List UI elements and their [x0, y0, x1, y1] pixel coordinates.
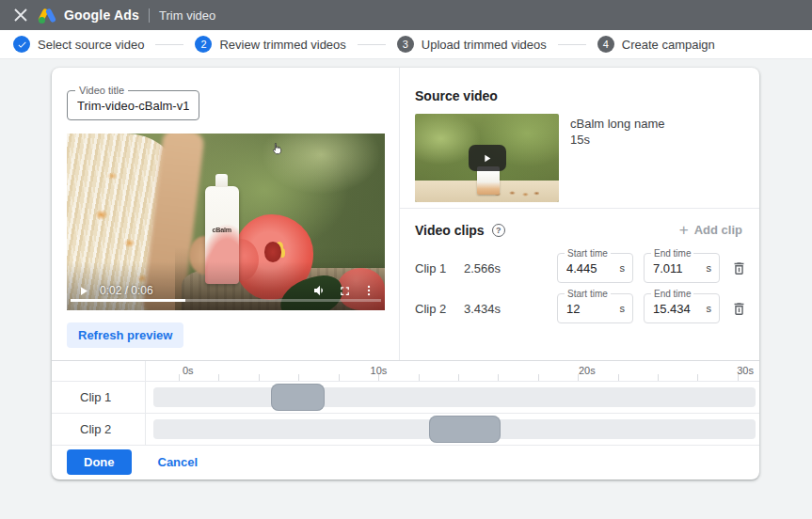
end-time-input[interactable] — [645, 261, 707, 275]
clip-name: Clip 2 — [415, 302, 464, 316]
preview-panel: Video title cBalm — [52, 68, 399, 360]
clip-duration: 2.566s — [464, 261, 557, 275]
delete-clip-button[interactable] — [729, 259, 748, 277]
end-time-field: End time s — [644, 253, 720, 283]
source-video-title: Source video — [415, 88, 748, 103]
start-time-field: Start time s — [557, 253, 633, 283]
timeline-tick-marks — [179, 374, 756, 381]
end-time-input[interactable] — [645, 302, 707, 316]
thumbnail-play-overlay[interactable] — [469, 145, 506, 171]
video-clips-section: Video clips ? + Add clip Clip 1 2.566s S… — [400, 209, 759, 338]
add-clip-button[interactable]: + Add clip — [674, 222, 748, 238]
help-icon[interactable]: ? — [492, 224, 505, 237]
stepper: Select source video 2 Review trimmed vid… — [0, 30, 812, 59]
timeline-track-bar — [153, 387, 756, 407]
video-clips-title: Video clips — [415, 223, 485, 238]
timeline-track[interactable] — [153, 414, 756, 445]
details-panel: Source video cBalm long name 1 — [399, 68, 759, 360]
playback-time: 0:02 / 0:06 — [100, 284, 153, 297]
seconds-unit: s — [620, 303, 633, 314]
clip-row-2: Clip 2 3.434s Start time s End time s — [415, 291, 748, 325]
kebab-menu-icon — [362, 284, 375, 297]
seconds-unit: s — [620, 262, 633, 274]
step-upload-trimmed-videos[interactable]: 3 Upload trimmed videos — [397, 36, 547, 53]
play-icon — [481, 152, 493, 165]
source-video-name: cBalm long name — [570, 116, 664, 132]
video-player[interactable]: cBalm 0:02 / 0:06 — [67, 134, 385, 310]
trim-video-card: Video title cBalm — [52, 68, 759, 480]
done-button[interactable]: Done — [67, 449, 132, 475]
bottle-brand-label: cBalm — [209, 227, 235, 234]
player-progress-bar[interactable] — [71, 299, 381, 302]
end-time-field: End time s — [644, 293, 720, 323]
google-ads-logo-icon — [38, 8, 56, 24]
step-review-trimmed-videos[interactable]: 2 Review trimmed videos — [195, 36, 345, 53]
step-create-campaign[interactable]: 4 Create campaign — [597, 36, 715, 53]
start-time-field: Start time s — [557, 293, 633, 323]
step-label: Create campaign — [622, 38, 715, 52]
content-area: Video title cBalm — [0, 59, 812, 480]
close-button[interactable] — [13, 8, 28, 23]
trash-icon — [731, 260, 747, 276]
source-video-duration: 15s — [570, 132, 664, 148]
timeline-row-clip-1: Clip 1 — [52, 382, 759, 414]
step-connector — [558, 44, 586, 45]
timeline-tick-label: 0s — [183, 365, 194, 376]
step-label: Review trimmed videos — [219, 38, 345, 52]
start-time-input[interactable] — [558, 261, 620, 275]
player-progress-fill — [71, 299, 185, 302]
clip-duration: 3.434s — [464, 302, 557, 316]
timeline-tick-label: 10s — [371, 365, 388, 376]
delete-clip-button[interactable] — [729, 299, 748, 318]
start-time-label: Start time — [565, 289, 611, 299]
timeline-row-label: Clip 2 — [52, 414, 146, 445]
start-time-label: Start time — [565, 248, 611, 259]
seconds-unit: s — [707, 303, 720, 314]
topbar-divider — [149, 8, 150, 23]
clip-row-1: Clip 1 2.566s Start time s End time s — [415, 251, 748, 285]
volume-button[interactable] — [312, 283, 327, 298]
fullscreen-icon — [338, 284, 352, 298]
seconds-unit: s — [707, 262, 720, 274]
timeline-header: 0s 10s 20s 30s — [52, 361, 759, 382]
timeline-row-label: Clip 1 — [52, 382, 146, 413]
card-footer: Done Cancel — [52, 446, 759, 479]
step-connector — [358, 44, 386, 45]
end-time-label: End time — [651, 289, 693, 299]
step-number-badge: 2 — [195, 36, 212, 53]
step-label: Upload trimmed videos — [422, 38, 547, 52]
step-label: Select source video — [38, 38, 144, 52]
start-time-input[interactable] — [558, 302, 620, 316]
more-options-button[interactable] — [362, 284, 375, 297]
check-circle-icon — [13, 36, 30, 53]
timeline-tick-label: 20s — [579, 365, 596, 376]
fullscreen-button[interactable] — [338, 284, 352, 298]
play-icon — [76, 284, 90, 298]
timeline-row-clip-2: Clip 2 — [52, 414, 759, 446]
timeline-segment-clip-1[interactable] — [271, 384, 325, 411]
end-time-label: End time — [651, 248, 693, 259]
page-title: Trim video — [159, 8, 215, 23]
video-title-field: Video title — [67, 90, 199, 120]
source-video-section: Source video cBalm long name 1 — [400, 68, 759, 209]
close-icon — [14, 8, 27, 22]
source-video-thumbnail[interactable] — [415, 114, 559, 202]
pointer-cursor-icon — [270, 141, 284, 161]
timeline-segment-clip-2[interactable] — [429, 416, 501, 443]
step-select-source-video[interactable]: Select source video — [13, 36, 144, 53]
trash-icon — [731, 301, 747, 317]
topbar: Google Ads Trim video — [0, 0, 812, 30]
step-connector — [155, 44, 183, 45]
cancel-button[interactable]: Cancel — [152, 454, 204, 470]
add-clip-label: Add clip — [694, 223, 742, 237]
refresh-preview-button[interactable]: Refresh preview — [67, 322, 183, 348]
step-number-badge: 3 — [397, 36, 414, 53]
timeline-track[interactable] — [153, 382, 756, 413]
timeline: 0s 10s 20s 30s Clip 1 Clip 2 — [52, 360, 759, 446]
play-button[interactable] — [76, 284, 90, 298]
step-number-badge: 4 — [597, 36, 614, 53]
volume-icon — [312, 283, 327, 298]
video-title-label: Video title — [75, 85, 128, 96]
plus-icon: + — [679, 224, 689, 237]
brand-title: Google Ads — [64, 8, 139, 23]
